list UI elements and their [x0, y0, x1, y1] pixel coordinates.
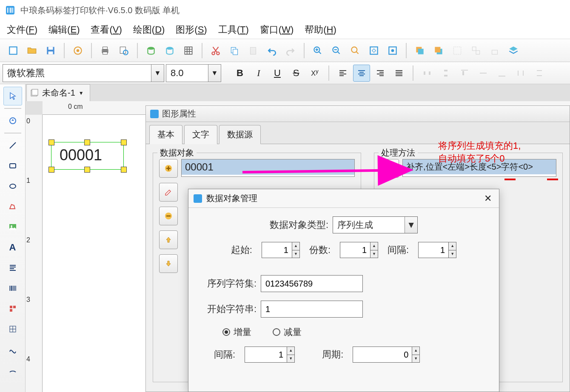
curve-tool[interactable] — [3, 340, 22, 359]
italic-button[interactable]: I — [250, 65, 267, 82]
copy-button[interactable] — [225, 42, 243, 60]
undo-button[interactable] — [263, 42, 281, 60]
data-object-legend: 数据对象 — [157, 147, 197, 159]
menu-tools[interactable]: 工具(T) — [216, 22, 251, 38]
svg-rect-26 — [370, 47, 377, 54]
chevron-down-icon[interactable]: ▼ — [405, 217, 417, 233]
cut-button[interactable] — [207, 42, 225, 60]
zoom-in-button[interactable] — [309, 42, 327, 60]
grid-button[interactable] — [180, 42, 197, 60]
tab-text[interactable]: 文字 — [184, 125, 217, 144]
font-combo[interactable]: 微软雅黑 ▼ — [3, 64, 164, 82]
menu-view[interactable]: 查看(V) — [88, 22, 124, 38]
selection-handle[interactable] — [84, 167, 90, 173]
svg-rect-37 — [424, 71, 425, 75]
selection-handle[interactable] — [48, 167, 54, 173]
copies-input[interactable] — [340, 242, 370, 258]
menu-shape[interactable]: 图形(S) — [173, 22, 209, 38]
charset-input[interactable] — [261, 275, 363, 292]
richtext-tool[interactable] — [3, 258, 22, 277]
line-tool[interactable] — [3, 136, 22, 155]
data-type-combo[interactable]: 序列生成 ▼ — [333, 216, 418, 233]
spinner[interactable]: ▲▼ — [370, 242, 378, 258]
table-tool[interactable] — [3, 320, 22, 338]
spinner[interactable]: ▲▼ — [287, 347, 295, 363]
zoom-actual-button[interactable] — [365, 42, 383, 60]
zoom-out-button[interactable] — [328, 42, 345, 60]
menu-file[interactable]: 文件(F) — [4, 22, 40, 38]
menu-draw[interactable]: 绘图(D) — [131, 22, 168, 38]
chevron-down-icon[interactable]: ▼ — [151, 65, 164, 82]
print-button[interactable] — [96, 42, 114, 60]
new-button[interactable] — [4, 42, 22, 60]
zoom-fit-button[interactable] — [346, 42, 364, 60]
ellipse-tool[interactable] — [3, 177, 22, 196]
document-tab[interactable]: 未命名-1 ▼ — [26, 84, 90, 101]
add-button[interactable] — [380, 159, 399, 178]
dialog-titlebar[interactable]: 数据对象管理 ✕ — [188, 189, 499, 208]
selection-handle[interactable] — [48, 139, 54, 145]
underline-button[interactable]: U — [269, 65, 286, 82]
strikethrough-button[interactable]: S — [288, 65, 305, 82]
remove-button[interactable] — [159, 207, 178, 225]
arc-tool[interactable] — [3, 361, 22, 379]
properties-title: 图形属性 — [162, 108, 196, 119]
save-button[interactable] — [42, 42, 60, 60]
startstr-label: 开始字符串: — [201, 303, 256, 315]
spinner[interactable]: ▲▼ — [449, 242, 456, 258]
selection-handle[interactable] — [121, 139, 127, 145]
data-object-list[interactable]: 00001 — [181, 159, 355, 177]
tab-datasource[interactable]: 数据源 — [219, 125, 261, 144]
layers-button[interactable] — [504, 42, 522, 60]
data-object-item[interactable]: 00001 — [182, 159, 354, 175]
menu-edit[interactable]: 编辑(E) — [46, 22, 82, 38]
decrement-radio[interactable]: 减量 — [273, 326, 302, 338]
selection-handle[interactable] — [84, 139, 90, 145]
selection-handle[interactable] — [121, 167, 127, 173]
tab-menu-icon[interactable]: ▼ — [79, 90, 84, 96]
hand-tool[interactable] — [3, 111, 22, 130]
rect-tool[interactable] — [3, 156, 22, 175]
font-size-combo[interactable]: 8.0 ▼ — [166, 64, 221, 82]
close-button[interactable]: ✕ — [482, 193, 494, 205]
align-right-button[interactable] — [372, 65, 389, 82]
text-tool[interactable]: A — [3, 238, 22, 257]
qrcode-tool[interactable] — [3, 299, 22, 318]
barcode-tool[interactable] — [3, 279, 22, 298]
menu-window[interactable]: 窗口(W) — [257, 22, 296, 38]
increment-radio[interactable]: 增量 — [222, 326, 251, 338]
add-button[interactable] — [159, 159, 178, 178]
image-tool[interactable] — [3, 218, 22, 236]
canvas-text-object[interactable]: 00001 — [60, 146, 102, 164]
menu-help[interactable]: 帮助(H) — [302, 22, 339, 38]
step-input[interactable] — [245, 347, 287, 363]
spinner[interactable]: ▲▼ — [412, 347, 420, 363]
svg-rect-5 — [9, 47, 17, 54]
tab-basic[interactable]: 基本 — [149, 125, 182, 144]
bold-button[interactable]: B — [231, 65, 248, 82]
startstr-input[interactable] — [261, 301, 363, 318]
spinner[interactable]: ▲▼ — [292, 242, 300, 258]
database-refresh-button[interactable] — [161, 42, 179, 60]
bring-front-button[interactable] — [411, 42, 429, 60]
send-back-button[interactable] — [430, 42, 447, 60]
move-up-button[interactable] — [159, 230, 178, 249]
open-button[interactable] — [23, 42, 41, 60]
database-button[interactable] — [142, 42, 160, 60]
chevron-down-icon[interactable]: ▼ — [208, 65, 221, 82]
redo-button — [282, 42, 299, 60]
align-justify-button[interactable] — [390, 65, 408, 82]
zoom-page-button[interactable] — [384, 42, 402, 60]
superscript-button[interactable]: Xy — [306, 65, 323, 82]
period-input[interactable] — [353, 347, 412, 363]
pointer-tool[interactable] — [3, 87, 22, 105]
move-down-button[interactable] — [159, 254, 178, 273]
polygon-tool[interactable] — [3, 197, 22, 216]
align-center-button[interactable] — [353, 65, 370, 82]
gap-input[interactable] — [418, 242, 449, 258]
start-input[interactable] — [262, 242, 292, 258]
edit-button[interactable] — [159, 183, 178, 202]
print-preview-button[interactable] — [115, 42, 133, 60]
settings-button[interactable] — [69, 42, 87, 60]
align-left-button[interactable] — [334, 65, 351, 82]
